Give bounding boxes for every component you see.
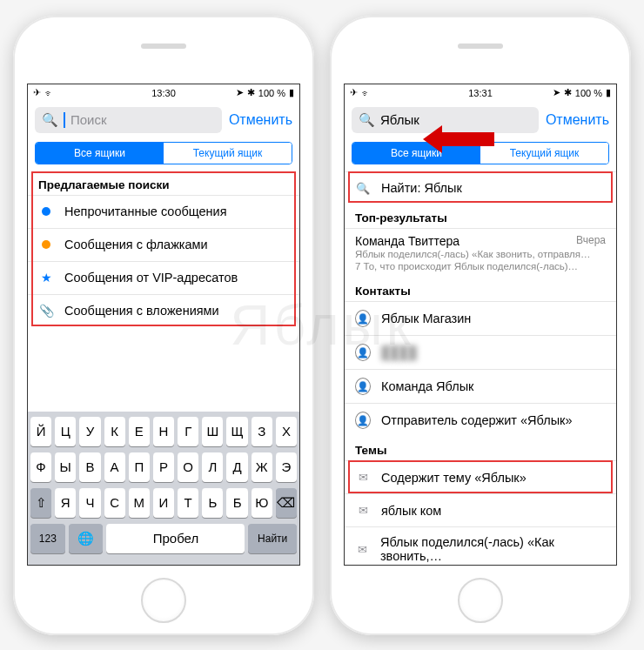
top-result-time: Вчера: [576, 234, 606, 248]
wifi-icon: ᯤ: [44, 88, 54, 98]
contact-label: Отправитель содержит «Яблык»: [381, 413, 573, 427]
flag-dot-icon: [38, 240, 54, 249]
find-row[interactable]: 🔍 Найти: Яблык: [345, 171, 616, 204]
theme-label: Содержит тему «Яблык»: [381, 471, 527, 485]
key-backspace[interactable]: ⌫: [276, 488, 297, 518]
key-letter[interactable]: Ф: [30, 452, 51, 482]
key-letter[interactable]: Р: [153, 452, 174, 482]
suggestion-vip[interactable]: ★ Сообщения от VIP-адресатов: [28, 261, 299, 294]
battery-icon: ▮: [289, 87, 294, 98]
key-letter[interactable]: Э: [276, 452, 297, 482]
key-letter[interactable]: Щ: [226, 417, 247, 446]
segmented-control[interactable]: Все ящики Текущий ящик: [35, 142, 292, 164]
search-icon: 🔍: [359, 112, 375, 128]
theme-label: яблык ком: [381, 504, 441, 518]
star-icon: ★: [38, 271, 54, 285]
key-letter[interactable]: Е: [129, 417, 150, 446]
location-icon: ➤: [553, 87, 560, 98]
keyboard[interactable]: ЙЦУКЕНГШЩЗХ ФЫВАПРОЛДЖЭ ⇧ЯЧСМИТЬБЮ⌫ 123 …: [28, 412, 299, 565]
key-letter[interactable]: Ш: [202, 417, 223, 446]
avatar-icon: 👤: [355, 378, 371, 395]
contact-row[interactable]: 👤 Отправитель содержит «Яблык»: [345, 403, 616, 437]
key-letter[interactable]: Н: [153, 417, 174, 446]
suggested-searches-header: Предлагаемые поиски: [28, 171, 299, 195]
battery-text: 100 %: [258, 88, 285, 98]
seg-all-mailboxes[interactable]: Все ящики: [36, 143, 164, 164]
envelope-icon: ✉: [355, 543, 370, 556]
key-letter[interactable]: В: [79, 452, 100, 482]
key-letter[interactable]: Б: [226, 488, 247, 518]
key-globe[interactable]: 🌐: [69, 524, 104, 553]
home-button[interactable]: [458, 578, 503, 623]
theme-row[interactable]: ✉ Яблык поделился(-лась) «Как звонить,…: [345, 526, 616, 564]
key-letter[interactable]: Т: [178, 488, 198, 518]
suggestion-label: Сообщения от VIP-адресатов: [64, 271, 238, 285]
themes-header: Темы: [345, 437, 616, 460]
key-letter[interactable]: Ь: [202, 488, 223, 518]
key-letter[interactable]: Й: [30, 417, 51, 446]
key-letter[interactable]: Ч: [79, 488, 100, 518]
airplane-icon: ✈: [33, 87, 41, 98]
key-letter[interactable]: З: [252, 417, 272, 446]
seg-current-mailbox[interactable]: Текущий ящик: [164, 143, 292, 164]
key-return[interactable]: Найти: [248, 524, 297, 553]
key-letter[interactable]: Ю: [252, 488, 272, 518]
theme-row[interactable]: ✉ Содержит тему «Яблык»: [345, 460, 616, 493]
battery-icon: ▮: [606, 87, 611, 98]
status-bar: ✈ ᯤ 13:30 ➤ ✱ 100 % ▮: [28, 84, 299, 102]
envelope-icon: ✉: [355, 471, 371, 484]
search-icon: 🔍: [42, 112, 58, 128]
key-letter[interactable]: Ж: [252, 452, 272, 482]
suggestion-attachments[interactable]: 📎 Сообщения с вложениями: [28, 294, 299, 327]
key-shift[interactable]: ⇧: [30, 488, 51, 518]
theme-row[interactable]: ✉ яблык ком: [345, 493, 616, 526]
phone-right: ✈ ᯤ 13:31 ➤ ✱ 100 % ▮ 🔍 Яблык Отменить В…: [330, 16, 631, 635]
paperclip-icon: 📎: [38, 304, 54, 318]
envelope-icon: ✉: [355, 504, 371, 517]
contact-row[interactable]: 👤 Команда Яблык: [345, 369, 616, 403]
key-letter[interactable]: Л: [202, 452, 223, 482]
contact-row[interactable]: 👤 Яблык Магазин: [345, 301, 616, 335]
top-result-item[interactable]: Команда Твиттера Вчера Яблык поделился(-…: [345, 228, 616, 278]
suggestion-flagged[interactable]: Сообщения с флажками: [28, 228, 299, 261]
key-letter[interactable]: С: [104, 488, 125, 518]
suggestion-label: Непрочитанные сообщения: [64, 204, 227, 218]
search-input[interactable]: 🔍 Поиск: [35, 107, 222, 133]
key-letter[interactable]: У: [79, 417, 100, 446]
annotation-arrow: [423, 125, 494, 153]
key-letter[interactable]: К: [104, 417, 125, 446]
key-123[interactable]: 123: [30, 524, 65, 553]
suggestion-unread[interactable]: Непрочитанные сообщения: [28, 195, 299, 228]
cancel-button[interactable]: Отменить: [546, 112, 609, 128]
contact-row[interactable]: 👤 ████: [345, 335, 616, 369]
key-space[interactable]: Пробел: [106, 524, 245, 553]
key-letter[interactable]: М: [129, 488, 150, 518]
search-icon: 🔍: [355, 182, 371, 195]
key-letter[interactable]: А: [104, 452, 125, 482]
wifi-icon: ᯤ: [361, 88, 371, 98]
search-row: 🔍 Поиск Отменить: [28, 102, 299, 138]
suggestion-label: Сообщения с флажками: [64, 238, 208, 251]
key-letter[interactable]: Х: [276, 417, 297, 446]
suggestion-label: Сообщения с вложениями: [64, 304, 219, 318]
bluetooth-icon: ✱: [247, 87, 255, 98]
battery-text: 100 %: [575, 88, 602, 98]
key-letter[interactable]: Ы: [55, 452, 76, 482]
top-result-title: Команда Твиттера: [355, 234, 460, 248]
key-letter[interactable]: Д: [226, 452, 247, 482]
search-row: 🔍 Яблык Отменить: [345, 102, 616, 138]
cancel-button[interactable]: Отменить: [229, 112, 292, 128]
home-button[interactable]: [141, 578, 186, 623]
contacts-header: Контакты: [345, 278, 616, 301]
key-letter[interactable]: Ц: [55, 417, 76, 446]
top-result-snippet: 7 То, что происходит Яблык поделился(-ла…: [355, 260, 606, 272]
theme-label: Яблык поделился(-лась) «Как звонить,…: [380, 535, 606, 563]
key-letter[interactable]: Я: [55, 488, 76, 518]
key-letter[interactable]: О: [178, 452, 198, 482]
seg-current-mailbox[interactable]: Текущий ящик: [480, 143, 608, 164]
airplane-icon: ✈: [350, 87, 358, 98]
avatar-icon: 👤: [355, 344, 371, 361]
key-letter[interactable]: Г: [178, 417, 198, 446]
key-letter[interactable]: П: [129, 452, 150, 482]
key-letter[interactable]: И: [153, 488, 174, 518]
